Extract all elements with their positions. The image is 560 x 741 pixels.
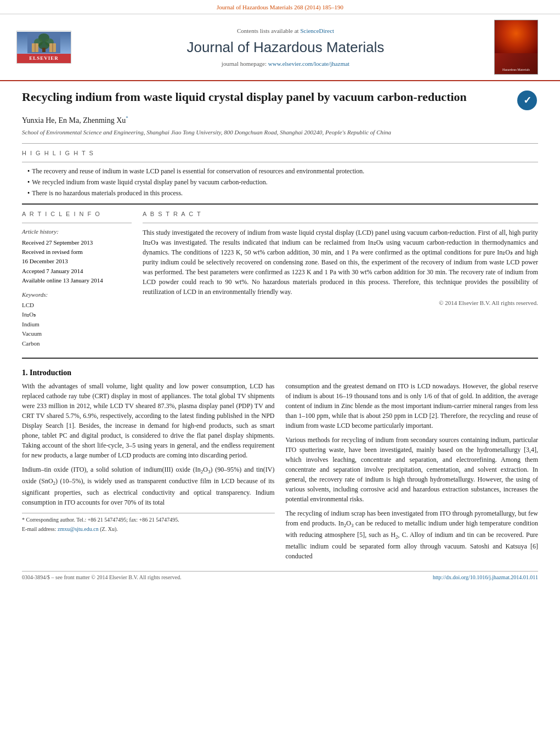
article-body: 1. Introduction With the advantages of s… [22,367,538,565]
divider-1 [22,143,538,144]
affiliation: School of Environmental Science and Engi… [22,128,538,137]
elsevier-logo-image [17,32,71,54]
keywords-label: Keywords: [22,291,132,299]
header-right: Hazardous Materials [494,20,549,75]
authors: Yunxia He, En Ma, Zhenming Xu* [22,115,538,126]
cover-image-decoration [495,20,538,53]
crossmark-badge: ✓ [516,89,538,111]
abstract-col: A B S T R A C T This study investigated … [143,210,538,349]
keywords-section: Keywords: LCD In₂O₃ Indium Vacuum Carbon [22,291,132,348]
elsevier-logo: ELSEVIER [16,31,71,64]
history-label: Article history: [22,228,132,236]
article-title: Recycling indium from waste liquid cryst… [22,89,511,105]
footnote-area: * Corresponding author. Tel.: +86 21 547… [22,513,275,533]
footnote-email-link[interactable]: zmxu@sjtu.edu.cn [58,526,99,532]
sciencedirect-text: Contents lists available at ScienceDirec… [237,27,334,35]
accepted-date: Accepted 7 January 2014 [22,267,132,275]
page: Journal of Hazardous Materials 268 (2014… [0,0,560,741]
svg-rect-5 [42,48,46,52]
article-history: Article history: Received 27 September 2… [22,228,132,285]
article-info-col: A R T I C L E I N F O Article history: R… [22,210,132,349]
keyword-1: LCD [22,301,132,309]
divider-highlights [22,162,538,162]
header-center: Contents lists available at ScienceDirec… [82,20,489,75]
keyword-5: Carbon [22,340,132,348]
bullet-3: • [27,189,30,198]
divider-info [22,223,132,223]
body-para-1: With the advantages of small volume, lig… [22,381,275,460]
crossmark-icon: ✓ [517,90,537,110]
abstract-text: This study investigated the recovery of … [143,228,538,297]
body-para-2: Indium–tin oxide (ITO), a solid solution… [22,465,275,507]
sciencedirect-link[interactable]: ScienceDirect [300,27,334,34]
journal-reference: Journal of Hazardous Materials 268 (2014… [217,4,343,10]
received-date: Received 27 September 2013 [22,239,132,247]
keyword-2: In₂O₃ [22,310,132,319]
footer-bar: 0304-3894/$ – see front matter © 2014 El… [22,571,538,584]
keyword-3: Indium [22,320,132,329]
highlights-header: H I G H L I G H T S [22,149,538,157]
authors-text: Yunxia He, En Ma, Zhenming Xu* [22,116,128,125]
article-info-header: A R T I C L E I N F O [22,210,132,218]
header-area: ELSEVIER Contents lists available at Sci… [0,14,560,81]
divider-2 [22,203,538,205]
keyword-4: Vacuum [22,330,132,338]
homepage-url[interactable]: www.elsevier.com/locate/jhazmat [268,60,349,67]
body-col-right: consumption and the greatest demand on I… [286,381,539,565]
bullet-1: • [27,167,30,176]
highlight-item-1: • The recovery and reuse of indium in wa… [27,167,538,176]
journal-homepage: journal homepage: www.elsevier.com/locat… [222,60,349,68]
body-para-r3: The recycling of indium scrap has been i… [286,508,539,561]
bullet-2: • [27,178,30,187]
revised-label: Received in revised form [22,248,132,256]
copyright: © 2014 Elsevier B.V. All rights reserved… [143,299,538,307]
highlight-item-3: • There is no hazardous materials produc… [27,189,538,198]
body-para-r2: Various methods for recycling of indium … [286,435,539,504]
body-para-r1: consumption and the greatest demand on I… [286,381,539,431]
footnote-email: E-mail address: zmxu@sjtu.edu.cn (Z. Xu)… [22,525,275,533]
info-abstract-section: A R T I C L E I N F O Article history: R… [22,210,538,349]
highlight-item-2: • We recycled indium from waste liquid c… [27,178,538,187]
journal-title: Journal of Hazardous Materials [187,37,384,57]
section-1-title: 1. Introduction [22,367,538,378]
top-bar: Journal of Hazardous Materials 268 (2014… [0,0,560,14]
article-content: Recycling indium from waste liquid cryst… [0,81,560,595]
cover-label: Hazardous Materials [502,67,530,72]
footer-rights: 0304-3894/$ – see front matter © 2014 El… [22,574,182,581]
online-date: Available online 13 January 2014 [22,276,132,285]
highlights-section: H I G H L I G H T S • The recovery and r… [22,149,538,198]
body-columns: With the advantages of small volume, lig… [22,381,538,565]
divider-abstract [143,223,538,223]
abstract-header: A B S T R A C T [143,210,538,218]
elsevier-label: ELSEVIER [17,54,71,63]
journal-cover-image: Hazardous Materials [494,20,538,75]
doi-link[interactable]: http://dx.doi.org/10.1016/j.jhazmat.2014… [433,574,538,581]
divider-body [22,358,538,359]
revised-date: 16 December 2013 [22,257,132,265]
body-col-left: With the advantages of small volume, lig… [22,381,275,565]
header-left: ELSEVIER [11,20,77,75]
footnote-corresponding: * Corresponding author. Tel.: +86 21 547… [22,516,275,524]
